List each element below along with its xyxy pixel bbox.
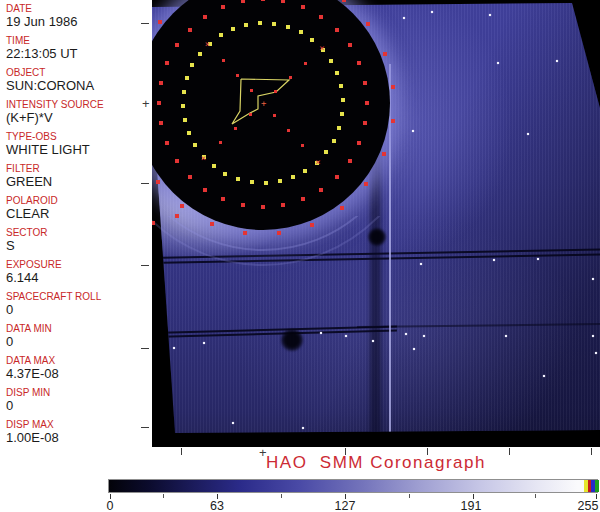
colorbar-label: 255: [578, 499, 599, 512]
red-ring-outer-dot: [340, 206, 344, 210]
yellow-ring-dot: [182, 90, 186, 94]
star-speck: [556, 60, 558, 62]
red-ring-outer-dot: [364, 182, 368, 186]
red-ring-inner-dot: [221, 5, 225, 9]
yellow-ring-dot: [181, 104, 185, 108]
metadata-field: TYPE-OBSWHITE LIGHT: [6, 131, 152, 163]
red-ring-outer-dot: [180, 204, 184, 208]
yellow-ring-dot: [324, 150, 328, 154]
red-ring-outer-dot: [277, 231, 281, 235]
field-value: GREEN: [6, 174, 152, 189]
red-ring-inner-dot: [363, 81, 367, 85]
field-label: DISP MIN: [6, 387, 152, 398]
colorbar-minor-tick: [535, 494, 536, 498]
field-value: 4.37E-08: [6, 366, 152, 381]
field-value: 6.144: [6, 270, 152, 285]
spoke-dot: [274, 90, 277, 93]
sun-center-plus: +: [142, 99, 150, 109]
metadata-field: DATE19 Jun 1986: [6, 3, 152, 35]
red-ring-outer-dot: [243, 231, 247, 235]
red-ring-inner-dot: [348, 43, 352, 47]
star-speck: [403, 17, 405, 19]
metadata-field: OBJECTSUN:CORONA: [6, 67, 152, 99]
yellow-ring-dot: [244, 23, 248, 27]
red-ring-inner-dot: [261, 0, 265, 1]
field-label: TYPE-OBS: [6, 131, 152, 142]
yellow-ring-dot: [329, 59, 333, 63]
red-ring-inner-dot: [281, 0, 285, 3]
yellow-ring-dot: [236, 177, 240, 181]
yellow-ring-dot: [286, 25, 290, 29]
sun-center-marker: +: [261, 99, 266, 107]
star-speck: [489, 14, 491, 16]
yellow-ring-dot: [193, 143, 197, 147]
metadata-sidebar: DATE19 Jun 1986TIME22:13:05 UTOBJECTSUN:…: [0, 0, 152, 447]
metadata-field: SPACECRAFT ROLL0: [6, 291, 152, 323]
star-speck: [493, 259, 495, 261]
yellow-ring-dot: [250, 180, 254, 184]
metadata-field: SECTORS: [6, 227, 152, 259]
red-ring-inner-dot: [203, 188, 207, 192]
yellow-ring-dot: [335, 71, 339, 75]
red-ring-inner-dot: [241, 203, 245, 207]
red-ring-inner-dot: [165, 61, 169, 65]
colorbar-minor-tick: [163, 494, 164, 498]
metadata-field: DATA MIN0: [6, 323, 152, 355]
yellow-ring-dot: [185, 76, 189, 80]
field-label: DATA MAX: [6, 355, 152, 366]
coronagraph-display: DATE19 Jun 1986TIME22:13:05 UTOBJECTSUN:…: [0, 0, 600, 512]
star-speck: [505, 335, 507, 337]
star-speck: [405, 333, 407, 335]
field-label: DATE: [6, 3, 152, 14]
yellow-ring-dot: [278, 179, 282, 183]
star-speck: [595, 352, 597, 354]
red-ring-outer-dot: [156, 180, 160, 184]
red-ring-inner-dot: [319, 188, 323, 192]
red-ring-inner-dot: [365, 101, 369, 105]
star-speck: [592, 335, 594, 337]
field-label: EXPOSURE: [6, 259, 152, 270]
star-speck: [413, 348, 415, 350]
red-ring-inner-dot: [241, 0, 245, 3]
star-speck: [412, 130, 414, 132]
star-speck: [592, 278, 594, 280]
star-speck: [345, 335, 347, 337]
red-dot: [175, 214, 179, 218]
red-ring-inner-dot: [175, 159, 179, 163]
metadata-field: DATA MAX4.37E-08: [6, 355, 152, 387]
red-ring-inner-dot: [363, 121, 367, 125]
spoke-dot: [287, 129, 290, 132]
star-speck: [497, 62, 499, 64]
field-value: SUN:CORONA: [6, 78, 152, 93]
cross-marker: ×: [315, 158, 320, 166]
spoke-dot: [273, 114, 276, 117]
spoke-dot: [289, 76, 292, 79]
star-speck: [431, 11, 433, 13]
star-speck: [173, 347, 175, 349]
star-speck: [232, 422, 234, 424]
metadata-field: DISP MAX1.00E-08: [6, 419, 152, 447]
coronagraph-image: ××××+: [152, 0, 600, 447]
red-ring-outer-dot: [383, 52, 387, 56]
star-speck: [543, 375, 545, 377]
sun-center-tick: [141, 23, 149, 24]
yellow-ring-dot: [310, 38, 314, 42]
red-ring-outer-dot: [342, 0, 346, 2]
metadata-field: DISP MIN0: [6, 387, 152, 419]
yellow-ring-dot: [190, 63, 194, 67]
yellow-ring-dot: [340, 112, 344, 116]
colorbar-minor-tick: [281, 494, 282, 498]
field-value: 1.00E-08: [6, 430, 152, 445]
field-label: OBJECT: [6, 67, 152, 78]
red-ring-inner-dot: [157, 101, 161, 105]
yellow-ring-dot: [212, 164, 216, 168]
metadata-field: EXPOSURE6.144: [6, 259, 152, 291]
colorbar-label: 127: [335, 499, 356, 512]
red-ring-inner-dot: [159, 81, 163, 85]
star-speck: [320, 332, 322, 334]
red-ring-inner-dot: [357, 141, 361, 145]
field-label: DISP MAX: [6, 419, 152, 430]
red-ring-outer-dot: [158, 20, 162, 24]
sun-center-tick: [141, 183, 149, 184]
metadata-field: POLAROIDCLEAR: [6, 195, 152, 227]
